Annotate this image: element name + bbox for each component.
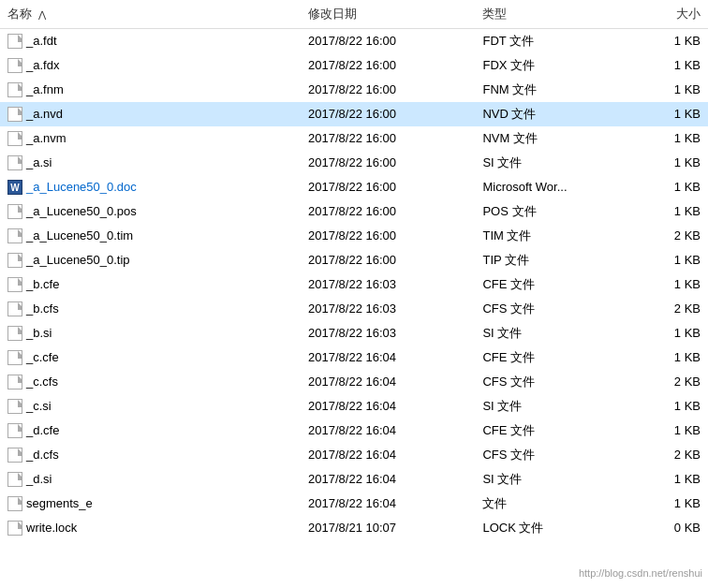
column-name[interactable]: 名称 ⋀ xyxy=(0,0,301,29)
file-icon xyxy=(7,301,22,316)
file-name-cell: _b.cfe xyxy=(0,272,301,297)
table-row[interactable]: _c.cfe2017/8/22 16:04CFE 文件1 KB xyxy=(0,345,708,370)
file-icon xyxy=(7,34,22,49)
file-modified-cell: 2017/8/22 16:00 xyxy=(301,78,475,102)
file-size-cell: 1 KB xyxy=(630,126,708,151)
file-name-cell: _a_Lucene50_0.doc xyxy=(0,175,301,199)
file-name-cell: _a_Lucene50_0.tim xyxy=(0,224,301,248)
table-row[interactable]: _c.si2017/8/22 16:04SI 文件1 KB xyxy=(0,394,708,419)
file-icon xyxy=(7,58,22,73)
table-header: 名称 ⋀ 修改日期 类型 大小 xyxy=(0,0,708,29)
file-name-cell: _b.si xyxy=(0,321,301,345)
file-name-cell: _a.si xyxy=(0,151,301,175)
file-type-cell: SI 文件 xyxy=(475,321,630,345)
file-type-cell: FNM 文件 xyxy=(475,78,630,102)
table-row[interactable]: _a_Lucene50_0.doc2017/8/22 16:00Microsof… xyxy=(0,175,708,199)
file-name-label: _a.si xyxy=(26,155,52,169)
table-row[interactable]: segments_e2017/8/22 16:04文件1 KB xyxy=(0,492,708,516)
file-name-label: _a_Lucene50_0.tip xyxy=(26,253,130,267)
table-row[interactable]: _a.fdt2017/8/22 16:00FDT 文件1 KB xyxy=(0,29,708,53)
file-size-cell: 1 KB xyxy=(630,272,708,297)
file-name-cell: _a.fdt xyxy=(0,29,301,53)
file-size-cell: 1 KB xyxy=(630,467,708,492)
file-type-cell: CFS 文件 xyxy=(475,443,630,467)
table-row[interactable]: _d.cfs2017/8/22 16:04CFS 文件2 KB xyxy=(0,443,708,467)
file-modified-cell: 2017/8/21 10:07 xyxy=(301,516,475,540)
table-row[interactable]: _a_Lucene50_0.tim2017/8/22 16:00TIM 文件2 … xyxy=(0,224,708,248)
file-name-label: _a.nvd xyxy=(26,107,63,121)
file-icon xyxy=(7,448,22,463)
file-list[interactable]: 名称 ⋀ 修改日期 类型 大小 _a.fdt2017/8/22 16:00FDT… xyxy=(0,0,708,588)
file-icon xyxy=(7,253,22,268)
file-size-cell: 2 KB xyxy=(630,443,708,467)
file-size-cell: 2 KB xyxy=(630,224,708,248)
table-row[interactable]: _d.si2017/8/22 16:04SI 文件1 KB xyxy=(0,467,708,492)
file-type-cell: LOCK 文件 xyxy=(475,516,630,540)
file-icon xyxy=(7,131,22,146)
file-modified-cell: 2017/8/22 16:04 xyxy=(301,419,475,443)
sort-arrow-up: ⋀ xyxy=(38,9,46,20)
file-modified-cell: 2017/8/22 16:00 xyxy=(301,126,475,151)
file-modified-cell: 2017/8/22 16:03 xyxy=(301,321,475,345)
file-type-cell: NVD 文件 xyxy=(475,102,630,126)
file-size-cell: 1 KB xyxy=(630,175,708,199)
file-size-cell: 1 KB xyxy=(630,345,708,370)
file-modified-cell: 2017/8/22 16:00 xyxy=(301,175,475,199)
file-modified-cell: 2017/8/22 16:03 xyxy=(301,297,475,321)
file-icon xyxy=(7,277,22,292)
table-row[interactable]: _a.si2017/8/22 16:00SI 文件1 KB xyxy=(0,151,708,175)
table-row[interactable]: _c.cfs2017/8/22 16:04CFS 文件2 KB xyxy=(0,370,708,394)
table-row[interactable]: _b.cfs2017/8/22 16:03CFS 文件2 KB xyxy=(0,297,708,321)
table-row[interactable]: _a.nvd2017/8/22 16:00NVD 文件1 KB xyxy=(0,102,708,126)
table-row[interactable]: _d.cfe2017/8/22 16:04CFE 文件1 KB xyxy=(0,419,708,443)
file-size-cell: 2 KB xyxy=(630,297,708,321)
file-icon xyxy=(7,326,22,341)
table-row[interactable]: _b.cfe2017/8/22 16:03CFE 文件1 KB xyxy=(0,272,708,297)
file-name-label: _a.fdx xyxy=(26,58,59,72)
table-row[interactable]: write.lock2017/8/21 10:07LOCK 文件0 KB xyxy=(0,516,708,540)
file-size-cell: 1 KB xyxy=(630,321,708,345)
file-modified-cell: 2017/8/22 16:04 xyxy=(301,370,475,394)
column-size[interactable]: 大小 xyxy=(630,0,708,29)
table-row[interactable]: _a_Lucene50_0.tip2017/8/22 16:00TIP 文件1 … xyxy=(0,248,708,272)
file-type-cell: Microsoft Wor... xyxy=(475,175,630,199)
file-modified-cell: 2017/8/22 16:04 xyxy=(301,492,475,516)
column-type[interactable]: 类型 xyxy=(475,0,630,29)
file-modified-cell: 2017/8/22 16:00 xyxy=(301,224,475,248)
file-icon xyxy=(7,204,22,219)
file-name-cell: _d.cfs xyxy=(0,443,301,467)
file-name-cell: _c.cfs xyxy=(0,370,301,394)
file-modified-cell: 2017/8/22 16:00 xyxy=(301,29,475,53)
file-modified-cell: 2017/8/22 16:00 xyxy=(301,151,475,175)
table-row[interactable]: _a.fnm2017/8/22 16:00FNM 文件1 KB xyxy=(0,78,708,102)
file-icon xyxy=(7,472,22,487)
word-icon xyxy=(7,180,22,195)
file-type-cell: FDT 文件 xyxy=(475,29,630,53)
file-modified-cell: 2017/8/22 16:00 xyxy=(301,199,475,224)
file-table: 名称 ⋀ 修改日期 类型 大小 _a.fdt2017/8/22 16:00FDT… xyxy=(0,0,708,540)
file-modified-cell: 2017/8/22 16:04 xyxy=(301,467,475,492)
file-size-cell: 1 KB xyxy=(630,394,708,419)
file-name-cell: _a_Lucene50_0.pos xyxy=(0,199,301,224)
file-name-cell: _a.fdx xyxy=(0,53,301,78)
file-type-cell: SI 文件 xyxy=(475,151,630,175)
table-row[interactable]: _a.fdx2017/8/22 16:00FDX 文件1 KB xyxy=(0,53,708,78)
file-name-label: _a_Lucene50_0.doc xyxy=(26,180,137,194)
file-size-cell: 1 KB xyxy=(630,492,708,516)
file-icon xyxy=(7,496,22,511)
file-type-cell: 文件 xyxy=(475,492,630,516)
column-modified[interactable]: 修改日期 xyxy=(301,0,475,29)
file-name-label: _a_Lucene50_0.tim xyxy=(26,228,133,243)
file-type-cell: TIP 文件 xyxy=(475,248,630,272)
file-name-cell: _c.si xyxy=(0,394,301,419)
table-row[interactable]: _a_Lucene50_0.pos2017/8/22 16:00POS 文件1 … xyxy=(0,199,708,224)
file-icon xyxy=(7,155,22,170)
table-row[interactable]: _a.nvm2017/8/22 16:00NVM 文件1 KB xyxy=(0,126,708,151)
file-name-cell: _a.nvm xyxy=(0,126,301,151)
file-size-cell: 1 KB xyxy=(630,29,708,53)
table-row[interactable]: _b.si2017/8/22 16:03SI 文件1 KB xyxy=(0,321,708,345)
file-name-label: _a_Lucene50_0.pos xyxy=(26,204,137,218)
file-name-cell: _d.cfe xyxy=(0,419,301,443)
file-name-label: _d.cfs xyxy=(26,448,59,462)
file-name-label: _a.nvm xyxy=(26,131,66,145)
